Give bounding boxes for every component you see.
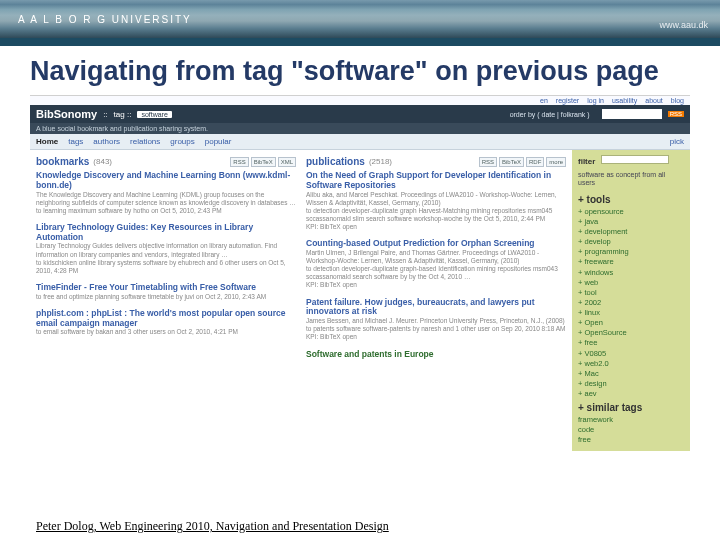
item-title[interactable]: phplist.com : phpList : The world's most… bbox=[36, 309, 296, 329]
bibsonomy-app: en register log in usability about blog … bbox=[30, 95, 690, 451]
item-title[interactable]: TimeFinder - Free Your Timetabling with … bbox=[36, 283, 296, 293]
bookmarks-count: (843) bbox=[93, 157, 112, 166]
slide-title: Navigating from tag "software" on previo… bbox=[30, 56, 690, 87]
register-link[interactable]: register bbox=[556, 97, 579, 104]
similar-tags: frameworkcodefree bbox=[578, 415, 684, 445]
nav-groups[interactable]: groups bbox=[170, 137, 194, 146]
app-header: BibSonomy :: tag :: software order by ( … bbox=[30, 105, 690, 123]
chip-xml[interactable]: XML bbox=[278, 157, 296, 167]
item-sub: to email software by bakan and 3 other u… bbox=[36, 328, 296, 336]
tag-link[interactable]: + development bbox=[578, 227, 684, 237]
item-sub: Alibu aka, and Marcel Peschkat. Proceedi… bbox=[306, 191, 566, 207]
list-item: Patent failure. How judges, bureaucrats,… bbox=[306, 298, 566, 342]
item-sub: Library Technology Guides delivers objec… bbox=[36, 242, 296, 258]
tag-link[interactable]: + Open bbox=[578, 318, 684, 328]
blog-link[interactable]: blog bbox=[671, 97, 684, 104]
item-sub: James Bessen, and Michael J. Meurer. Pri… bbox=[306, 317, 566, 325]
nav-relations[interactable]: relations bbox=[130, 137, 160, 146]
list-item: On the Need of Graph Support for Develop… bbox=[306, 171, 566, 231]
tag-badge[interactable]: software bbox=[137, 111, 171, 118]
item-meta: to patents software software-patents by … bbox=[306, 325, 566, 333]
banner-url: www.aau.dk bbox=[659, 20, 708, 30]
tag-link[interactable]: + opensource bbox=[578, 207, 684, 217]
item-meta: to kidschicken online library systems so… bbox=[36, 259, 296, 275]
item-title[interactable]: On the Need of Graph Support for Develop… bbox=[306, 171, 566, 191]
order-by[interactable]: order by ( date | folkrank ) bbox=[510, 111, 590, 118]
item-meta2: KPI: BibTeX open bbox=[306, 281, 566, 289]
list-item: phplist.com : phpList : The world's most… bbox=[36, 309, 296, 337]
nav-tags[interactable]: tags bbox=[68, 137, 83, 146]
tag-link[interactable]: + Mac bbox=[578, 369, 684, 379]
tag-link[interactable]: framework bbox=[578, 415, 684, 425]
bookmarks-column: bookmarks (843) RSS BibTeX XML Knowledge… bbox=[36, 156, 296, 451]
footer-citation: Peter Dolog, Web Engineering 2010, Navig… bbox=[36, 519, 389, 534]
tag-link[interactable]: + freeware bbox=[578, 257, 684, 267]
tag-link[interactable]: + free bbox=[578, 338, 684, 348]
tools-heading: + tools bbox=[578, 194, 684, 205]
tag-link[interactable]: + aev bbox=[578, 389, 684, 399]
item-meta: to learning maximum software by hotho on… bbox=[36, 207, 296, 215]
tag-link[interactable]: + programming bbox=[578, 247, 684, 257]
tag-link[interactable]: code bbox=[578, 425, 684, 435]
tag-link[interactable]: + linux bbox=[578, 308, 684, 318]
tag-link[interactable]: + web2.0 bbox=[578, 359, 684, 369]
publications-count: (2518) bbox=[369, 157, 392, 166]
rss-icon[interactable]: RSS bbox=[668, 111, 684, 117]
tag-link[interactable]: + windows bbox=[578, 268, 684, 278]
chip-more[interactable]: more bbox=[546, 157, 566, 167]
app-nav: Home tags authors relations groups popul… bbox=[30, 134, 690, 150]
tag-link[interactable]: + design bbox=[578, 379, 684, 389]
filter-label: filter bbox=[578, 157, 595, 166]
tag-link[interactable]: + java bbox=[578, 217, 684, 227]
item-title[interactable]: Patent failure. How judges, bureaucrats,… bbox=[306, 298, 566, 318]
tag-link[interactable]: free bbox=[578, 435, 684, 445]
item-title[interactable]: Software and patents in Europe bbox=[306, 350, 566, 360]
item-title[interactable]: Counting-based Output Prediction for Orp… bbox=[306, 239, 566, 249]
nav-authors[interactable]: authors bbox=[93, 137, 120, 146]
chip-rss[interactable]: RSS bbox=[230, 157, 248, 167]
item-title[interactable]: Library Technology Guides: Key Resources… bbox=[36, 223, 296, 243]
list-item: TimeFinder - Free Your Timetabling with … bbox=[36, 283, 296, 301]
usability-link[interactable]: usability bbox=[612, 97, 637, 104]
item-sub: The Knowledge Discovery and Machine Lear… bbox=[36, 191, 296, 207]
university-banner: A A L B O R G UNIVERSITY www.aau.dk bbox=[0, 0, 720, 46]
sidebar: filter software as concept from all user… bbox=[572, 150, 690, 451]
about-link[interactable]: about bbox=[645, 97, 663, 104]
app-main: bookmarks (843) RSS BibTeX XML Knowledge… bbox=[30, 150, 690, 451]
chip-rss[interactable]: RSS bbox=[479, 157, 497, 167]
lang-link[interactable]: en bbox=[540, 97, 548, 104]
app-subheader: A blue social bookmark and publication s… bbox=[30, 123, 690, 134]
publications-column: publications (2518) RSS BibTeX RDF more … bbox=[306, 156, 566, 451]
list-item: Library Technology Guides: Key Resources… bbox=[36, 223, 296, 275]
item-sub: Martin Ulmen, J Brilengal Paire, and Tho… bbox=[306, 249, 566, 265]
item-meta2: KPI: BibTeX open bbox=[306, 333, 566, 341]
login-link[interactable]: log in bbox=[587, 97, 604, 104]
section-label: tag :: bbox=[114, 110, 132, 119]
tag-link[interactable]: + web bbox=[578, 278, 684, 288]
chip-bibtex[interactable]: BibTeX bbox=[251, 157, 276, 167]
list-item: Counting-based Output Prediction for Orp… bbox=[306, 239, 566, 289]
breadcrumb-sep: :: bbox=[103, 110, 107, 119]
publications-title: publications bbox=[306, 156, 365, 167]
tag-link[interactable]: + 2002 bbox=[578, 298, 684, 308]
aau-logo: A A L B O R G UNIVERSITY bbox=[18, 14, 192, 25]
search-input[interactable] bbox=[602, 109, 662, 119]
chip-bibtex[interactable]: BibTeX bbox=[499, 157, 524, 167]
tools-tags: + opensource+ java+ development+ develop… bbox=[578, 207, 684, 399]
item-meta: to detection developer-duplicate graph-b… bbox=[306, 265, 566, 281]
filter-input[interactable] bbox=[601, 155, 669, 164]
nav-popular[interactable]: popular bbox=[205, 137, 232, 146]
chip-rdf[interactable]: RDF bbox=[526, 157, 544, 167]
similar-heading: + similar tags bbox=[578, 402, 684, 413]
tag-link[interactable]: + V0805 bbox=[578, 349, 684, 359]
tag-link[interactable]: + develop bbox=[578, 237, 684, 247]
item-title[interactable]: Knowledge Discovery and Machine Learning… bbox=[36, 171, 296, 191]
tag-link[interactable]: + OpenSource bbox=[578, 328, 684, 338]
tag-link[interactable]: + tool bbox=[578, 288, 684, 298]
site-name[interactable]: BibSonomy bbox=[36, 108, 97, 120]
nav-home[interactable]: Home bbox=[36, 137, 58, 146]
top-links: en register log in usability about blog bbox=[30, 96, 690, 105]
item-meta: to detection developer-duplicate graph H… bbox=[306, 207, 566, 223]
nav-pick[interactable]: pick bbox=[670, 137, 684, 146]
item-sub: to free and optimize planning software t… bbox=[36, 293, 296, 301]
